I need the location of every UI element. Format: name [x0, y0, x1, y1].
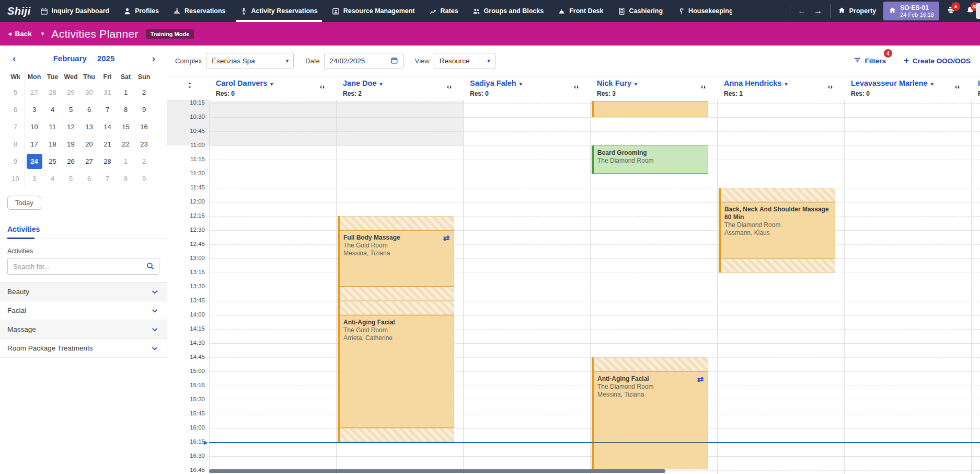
category-row-room-package-treatments[interactable]: Room Package Treatments	[0, 339, 167, 358]
resource-name-dropdown[interactable]: Is	[978, 79, 980, 87]
back-dropdown-caret-icon[interactable]: ▾	[41, 30, 44, 37]
calendar-day[interactable]: 4	[43, 175, 62, 183]
calendar-day[interactable]: 28	[98, 157, 117, 165]
column-expand-icon[interactable]	[573, 83, 580, 93]
calendar-day[interactable]: 16	[135, 123, 153, 131]
nav-item-activity-reservations[interactable]: Activity Reservations	[240, 0, 318, 22]
calendar-day[interactable]: 2	[135, 157, 153, 165]
nav-item-inquiry-dashboard[interactable]: Inquiry Dashboard	[40, 0, 109, 22]
nav-item-groups-and-blocks[interactable]: Groups and Blocks	[472, 0, 544, 22]
calendar-day[interactable]: 22	[117, 140, 135, 148]
calendar-day[interactable]: 11	[43, 123, 62, 131]
column-expand-icon[interactable]	[700, 83, 707, 93]
calendar-day[interactable]: 5	[62, 106, 80, 114]
calendar-day[interactable]: 3	[25, 175, 43, 183]
column-expand-icon[interactable]	[319, 83, 326, 93]
calendar-day[interactable]: 26	[62, 157, 80, 165]
resource-name-dropdown[interactable]: Jane Doe▾	[343, 79, 383, 87]
calendar-day[interactable]: 31	[98, 88, 117, 96]
nav-item-property[interactable]: Property	[838, 6, 876, 16]
sort-resources-icon[interactable]	[186, 82, 193, 91]
event-accent-bar	[592, 357, 594, 469]
event-card-back-neck-and-shoulder-massage-60-min[interactable]: Back, Neck And Shoulder Massage 60 MinTh…	[719, 188, 835, 273]
calendar-day[interactable]: 25	[43, 157, 62, 165]
back-button[interactable]: ◂ Back	[8, 30, 32, 38]
create-ooo-oos-button[interactable]: + Create OOO/OOS	[904, 55, 971, 66]
calendar-day[interactable]: 8	[117, 175, 135, 183]
resource-name-dropdown[interactable]: Nick Fury▾	[597, 79, 637, 87]
event-card-anti-aging-facial[interactable]: Anti-Aging FacialThe Diamond RoomMessina…	[592, 357, 708, 469]
nav-item-front-desk[interactable]: Front Desk	[558, 0, 603, 22]
calendar-day[interactable]: 1	[117, 157, 135, 165]
calendar-day[interactable]: 30	[80, 88, 98, 96]
calendar-day[interactable]: 18	[43, 140, 62, 148]
station-chip[interactable]: SO-ES-01 24 Feb 16:18	[883, 2, 939, 20]
reservations-icon	[173, 7, 181, 15]
calendar-day[interactable]: 29	[62, 88, 80, 96]
column-expand-icon[interactable]	[446, 83, 453, 93]
category-row-facial[interactable]: Facial	[0, 301, 167, 320]
search-icon[interactable]	[146, 262, 155, 273]
calendar-next-icon[interactable]: ›	[152, 54, 155, 63]
nav-item-rates[interactable]: Rates	[429, 0, 458, 22]
calendar-day[interactable]: 20	[80, 140, 98, 148]
event-card[interactable]	[592, 101, 708, 117]
calendar-day[interactable]: 27	[80, 157, 98, 165]
nav-item-profiles[interactable]: Profiles	[123, 0, 159, 22]
calendar-day[interactable]: 3	[25, 106, 43, 114]
calendar-day-selected[interactable]: 24	[27, 154, 42, 169]
nav-item-reservations[interactable]: Reservations	[173, 0, 226, 22]
calendar-day[interactable]: 28	[43, 88, 62, 96]
search-input[interactable]	[7, 258, 159, 275]
horizontal-scrollbar[interactable]	[209, 469, 665, 473]
category-row-massage[interactable]: Massage	[0, 320, 167, 339]
nav-back-arrow-icon[interactable]: ←	[798, 6, 806, 16]
complex-label: Complex	[175, 57, 202, 65]
event-card-anti-aging-facial[interactable]: Anti-Aging FacialThe Gold RoomArrieta, C…	[338, 301, 454, 442]
fiscal-printer-button[interactable]	[947, 6, 955, 17]
calendar-day[interactable]: 27	[25, 88, 43, 96]
nav-item-cashiering[interactable]: Cashiering	[618, 0, 663, 22]
resource-name-dropdown[interactable]: Anna Hendricks▾	[724, 79, 787, 87]
event-card-beard-grooming[interactable]: Beard GroomingThe Diamond Room	[592, 145, 708, 174]
event-card-full-body-massage[interactable]: Full Body MassageThe Gold RoomMessina, T…	[338, 216, 454, 301]
calendar-day[interactable]: 7	[98, 175, 117, 183]
calendar-day[interactable]: 2	[135, 88, 153, 96]
nav-forward-arrow-icon[interactable]: →	[814, 6, 823, 16]
calendar-day[interactable]: 10	[25, 123, 43, 131]
calendar-day[interactable]: 5	[62, 175, 80, 183]
category-row-beauty[interactable]: Beauty	[0, 283, 167, 301]
calendar-day[interactable]: 13	[80, 123, 98, 131]
calendar-day[interactable]: 7	[98, 106, 117, 114]
event-room: The Gold Room	[343, 242, 449, 250]
resource-name-dropdown[interactable]: Carol Danvers▾	[216, 79, 273, 87]
calendar-day[interactable]: 9	[135, 106, 153, 114]
nav-item-housekeeping[interactable]: Housekeeping	[677, 0, 732, 22]
calendar-day[interactable]: 19	[62, 140, 80, 148]
column-expand-icon[interactable]	[827, 83, 834, 93]
chevron-down-icon: ▾	[286, 58, 289, 64]
column-expand-icon[interactable]	[954, 83, 961, 93]
calendar-day[interactable]: 6	[80, 175, 98, 183]
tab-activities[interactable]: Activities	[7, 225, 40, 233]
calendar-day[interactable]: 12	[62, 123, 80, 131]
calendar-day[interactable]: 14	[98, 123, 117, 131]
calendar-day[interactable]: 17	[25, 140, 43, 148]
calendar-day[interactable]: 23	[135, 140, 153, 148]
nav-item-resource-management[interactable]: Resource Management	[332, 0, 415, 22]
today-button[interactable]: Today	[7, 196, 41, 210]
date-input[interactable]: 24/02/2025	[324, 53, 403, 69]
complex-select[interactable]: Esenzias Spa ▾	[206, 53, 294, 69]
calendar-day[interactable]: 21	[98, 140, 117, 148]
filters-button[interactable]: Filters 4	[854, 56, 886, 65]
calendar-day[interactable]: 1	[117, 88, 135, 96]
calendar-day[interactable]: 6	[80, 106, 98, 114]
calendar-day[interactable]: 4	[43, 106, 62, 114]
calendar-day[interactable]: 9	[135, 175, 153, 183]
resource-name-dropdown[interactable]: Levavasseur Marlene▾	[851, 79, 933, 87]
resource-name-dropdown[interactable]: Sadiya Faleh▾	[470, 79, 522, 87]
view-select[interactable]: Resource ▾	[434, 53, 495, 69]
calendar-day[interactable]: 8	[117, 106, 135, 114]
calendar-day[interactable]: 15	[117, 123, 135, 131]
notifications-button[interactable]: 38	[966, 6, 975, 17]
